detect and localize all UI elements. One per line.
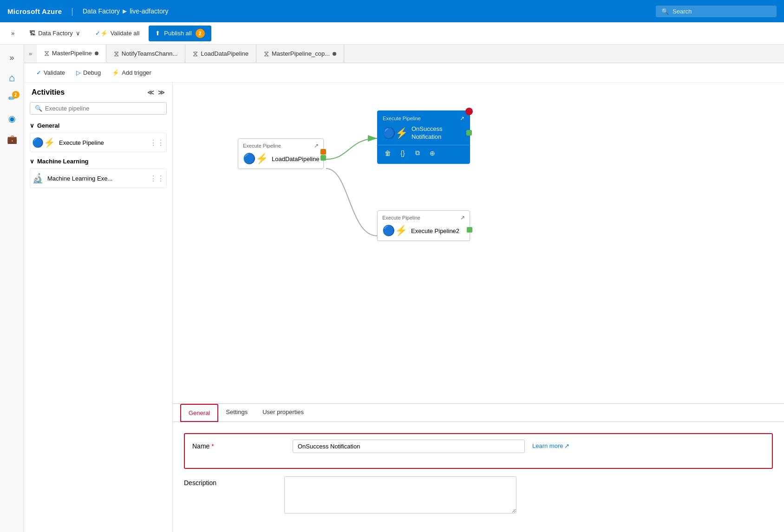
exec-pipeline2-body: 🔵⚡ Execute Pipeline2 [378, 223, 470, 240]
nav-manage[interactable]: 💼 [3, 130, 21, 149]
canvas-area[interactable]: Execute Pipeline ↗ 🔵⚡ LoadDataPipeline [173, 83, 784, 532]
pipeline-icon-3: ⧖ [193, 50, 198, 58]
exec2-external-link-icon[interactable]: ↗ [460, 214, 465, 221]
nav-edit[interactable]: ✏ 2 [3, 89, 21, 108]
user-properties-tab-label: User properties [262, 409, 304, 415]
breadcrumb-instance: live-adfactory [130, 7, 168, 15]
main-layout: » ⌂ ✏ 2 ◉ 💼 » ⧖ MasterPipeline ⧖ No [0, 45, 784, 532]
on-success-node[interactable]: Execute Pipeline ↗ 🔵⚡ OnSuccessNotificat… [377, 110, 470, 164]
nav-monitor[interactable]: ◉ [3, 110, 21, 128]
trigger-icon: ⚡ [112, 69, 119, 76]
search-activities-input[interactable] [45, 105, 162, 112]
publish-badge: 2 [196, 29, 205, 38]
execute-pipeline-activity[interactable]: 🔵⚡ Execute Pipeline ⋮⋮ [30, 133, 167, 152]
ml-execute-label: Machine Learning Exe... [47, 175, 146, 182]
collapse-icon[interactable]: ≪ [147, 89, 154, 96]
copy-icon[interactable]: ⧉ [412, 147, 424, 159]
on-success-external-link-icon[interactable]: ↗ [460, 115, 464, 122]
code-icon[interactable]: {} [397, 147, 409, 159]
breadcrumb-data-factory[interactable]: Data Factory [83, 7, 120, 15]
manage-icon: 💼 [7, 134, 17, 144]
exec2-icon: 🔵⚡ [382, 225, 407, 237]
edit-badge: 2 [12, 91, 20, 98]
bottom-tabs: General Settings User properties [173, 404, 784, 422]
name-input[interactable] [293, 440, 525, 453]
add-activity-icon[interactable]: ⊕ [426, 147, 438, 159]
data-factory-icon: 🏗 [29, 30, 35, 37]
pipeline-area: Activities ≪ ≫ 🔍 ∨ General [24, 83, 784, 532]
ml-chevron-icon: ∨ [30, 158, 34, 165]
search-icon: 🔍 [661, 8, 669, 15]
tab-general[interactable]: General [180, 404, 218, 422]
on-success-icon: 🔵⚡ [383, 127, 408, 139]
expand-activities-icon[interactable]: ≫ [158, 89, 165, 96]
expand-nav-icon: » [9, 53, 14, 63]
ml-section-header[interactable]: ∨ Machine Learning [30, 154, 167, 169]
required-marker: * [211, 442, 214, 450]
node-type-label: Execute Pipeline [243, 143, 281, 149]
name-label: Name * [192, 440, 285, 450]
tab-user-properties[interactable]: User properties [255, 404, 311, 422]
canvas-inner: Execute Pipeline ↗ 🔵⚡ LoadDataPipeline [182, 92, 775, 324]
exec-pipeline2-node[interactable]: Execute Pipeline ↗ 🔵⚡ Execute Pipeline2 [377, 210, 470, 241]
load-data-node[interactable]: Execute Pipeline ↗ 🔵⚡ LoadDataPipeline [238, 138, 324, 169]
ml-section-label: Machine Learning [37, 158, 89, 165]
pipeline-icon-2: ⧖ [114, 50, 119, 58]
tab-load-data[interactable]: ⧖ LoadDataPipeline [185, 45, 256, 63]
error-indicator [465, 108, 473, 115]
activities-panel: Activities ≪ ≫ 🔍 ∨ General [24, 83, 173, 532]
description-label: Description [184, 476, 277, 487]
breadcrumb: Data Factory ▶ live-adfactory [83, 7, 168, 15]
validate-icon: ✓⚡ [95, 30, 108, 37]
ml-execute-activity[interactable]: 🔬 Machine Learning Exe... ⋮⋮ [30, 169, 167, 188]
expand-nav-button[interactable]: » [6, 27, 20, 39]
validate-label: Validate [44, 69, 65, 76]
add-trigger-button[interactable]: ⚡ Add trigger [107, 67, 156, 78]
load-data-name: LoadDataPipeline [272, 156, 320, 162]
nav-home[interactable]: ⌂ [3, 69, 21, 87]
validate-checkmark-icon: ✓ [36, 69, 41, 76]
tab-settings[interactable]: Settings [218, 404, 255, 422]
bottom-content: Name * Learn more ↗ [173, 422, 784, 532]
tab-expander[interactable]: » [24, 51, 37, 57]
general-section-header[interactable]: ∨ General [30, 118, 167, 133]
debug-button[interactable]: ▷ Debug [72, 67, 105, 78]
top-bar-separator: | [71, 6, 73, 16]
execute-pipeline-label: Execute Pipeline [59, 139, 146, 146]
success-connector[interactable] [320, 155, 326, 161]
monitor-icon: ◉ [8, 114, 16, 124]
data-factory-button[interactable]: 🏗 Data Factory ∨ [24, 27, 85, 39]
breadcrumb-arrow: ▶ [123, 8, 127, 14]
exec2-type-label: Execute Pipeline [382, 215, 420, 221]
external-link-icon[interactable]: ↗ [314, 143, 319, 149]
learn-more-label: Learn more [532, 442, 563, 449]
publish-all-button[interactable]: ⬆ Publish all 2 [149, 26, 211, 41]
on-success-connector[interactable] [466, 130, 472, 136]
validate-all-button[interactable]: ✓⚡ Validate all [90, 27, 145, 39]
home-icon: ⌂ [9, 72, 15, 84]
learn-more-link[interactable]: Learn more ↗ [532, 440, 569, 449]
panel-header-icons: ≪ ≫ [147, 89, 165, 96]
general-tab-label: General [189, 409, 210, 416]
top-bar: Microsoft Azure | Data Factory ▶ live-ad… [0, 0, 784, 22]
left-nav: » ⌂ ✏ 2 ◉ 💼 [0, 45, 24, 532]
tab-master-copy[interactable]: ⧖ MasterPipeline_cop... [256, 45, 344, 63]
debug-label: Debug [83, 69, 101, 76]
on-success-type-label: Execute Pipeline [383, 116, 421, 121]
tab-unsaved-dot [95, 52, 98, 55]
brand-label: Microsoft Azure [7, 7, 62, 15]
delete-icon[interactable]: 🗑 [382, 147, 394, 159]
exec2-connector[interactable] [467, 227, 472, 233]
general-chevron-icon: ∨ [30, 122, 34, 129]
tab-load-label: LoadDataPipeline [201, 50, 248, 57]
tab-notify-teams[interactable]: ⧖ NotifyTeamsChann... [106, 45, 186, 63]
description-form-row: Description [184, 476, 773, 513]
search-box[interactable]: 🔍 Search [656, 6, 777, 17]
activities-search[interactable]: 🔍 [30, 102, 167, 115]
failure-connector[interactable] [320, 149, 326, 155]
nav-expand[interactable]: » [3, 48, 21, 67]
validate-button[interactable]: ✓ Validate [32, 67, 70, 78]
description-textarea[interactable] [284, 476, 516, 513]
tab-master-pipeline[interactable]: ⧖ MasterPipeline [37, 45, 106, 63]
search-placeholder: Search [673, 8, 692, 15]
